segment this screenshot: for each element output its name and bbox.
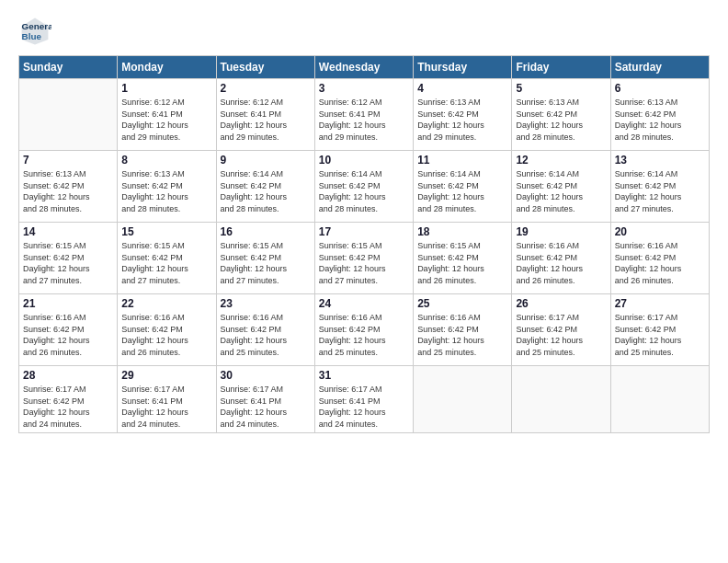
day-info: Sunrise: 6:17 AM Sunset: 6:42 PM Dayligh… <box>615 312 705 358</box>
calendar-day-cell: 5Sunrise: 6:13 AM Sunset: 6:42 PM Daylig… <box>512 79 610 151</box>
day-info: Sunrise: 6:12 AM Sunset: 6:41 PM Dayligh… <box>319 97 409 143</box>
weekday-header: Friday <box>512 56 610 79</box>
day-number: 26 <box>516 297 606 310</box>
calendar-day-cell: 23Sunrise: 6:16 AM Sunset: 6:42 PM Dayli… <box>216 294 314 366</box>
day-number: 18 <box>417 225 507 238</box>
day-info: Sunrise: 6:12 AM Sunset: 6:41 PM Dayligh… <box>221 97 311 143</box>
day-number: 31 <box>319 369 409 382</box>
calendar-day-cell: 10Sunrise: 6:14 AM Sunset: 6:42 PM Dayli… <box>314 151 413 223</box>
day-info: Sunrise: 6:13 AM Sunset: 6:42 PM Dayligh… <box>417 97 507 143</box>
day-number: 29 <box>121 369 211 382</box>
svg-text:General: General <box>22 21 51 31</box>
day-number: 12 <box>516 154 606 167</box>
calendar-day-cell: 26Sunrise: 6:17 AM Sunset: 6:42 PM Dayli… <box>512 294 610 366</box>
day-info: Sunrise: 6:13 AM Sunset: 6:42 PM Dayligh… <box>23 168 113 214</box>
day-info: Sunrise: 6:16 AM Sunset: 6:42 PM Dayligh… <box>221 312 311 358</box>
day-number: 17 <box>319 225 409 238</box>
calendar-day-cell: 19Sunrise: 6:16 AM Sunset: 6:42 PM Dayli… <box>512 223 610 294</box>
svg-text:Blue: Blue <box>22 31 42 41</box>
calendar-day-cell <box>512 366 610 433</box>
calendar-day-cell: 9Sunrise: 6:14 AM Sunset: 6:42 PM Daylig… <box>216 151 314 223</box>
day-info: Sunrise: 6:16 AM Sunset: 6:42 PM Dayligh… <box>319 312 409 358</box>
calendar-day-cell: 17Sunrise: 6:15 AM Sunset: 6:42 PM Dayli… <box>314 223 413 294</box>
day-number: 23 <box>221 297 311 310</box>
calendar-week-row: 1Sunrise: 6:12 AM Sunset: 6:41 PM Daylig… <box>19 79 710 151</box>
day-info: Sunrise: 6:17 AM Sunset: 6:42 PM Dayligh… <box>516 312 606 358</box>
day-info: Sunrise: 6:15 AM Sunset: 6:42 PM Dayligh… <box>23 240 113 286</box>
calendar-day-cell <box>610 366 709 433</box>
weekday-header: Thursday <box>414 56 512 79</box>
calendar-day-cell: 29Sunrise: 6:17 AM Sunset: 6:41 PM Dayli… <box>118 366 216 433</box>
day-info: Sunrise: 6:16 AM Sunset: 6:42 PM Dayligh… <box>121 312 211 358</box>
calendar-week-row: 21Sunrise: 6:16 AM Sunset: 6:42 PM Dayli… <box>19 294 710 366</box>
day-info: Sunrise: 6:17 AM Sunset: 6:41 PM Dayligh… <box>121 384 211 430</box>
calendar-day-cell: 25Sunrise: 6:16 AM Sunset: 6:42 PM Dayli… <box>414 294 512 366</box>
day-number: 16 <box>221 225 311 238</box>
day-info: Sunrise: 6:16 AM Sunset: 6:42 PM Dayligh… <box>516 240 606 286</box>
day-number: 25 <box>417 297 507 310</box>
day-number: 21 <box>23 297 113 310</box>
calendar-day-cell: 12Sunrise: 6:14 AM Sunset: 6:42 PM Dayli… <box>512 151 610 223</box>
calendar-day-cell: 3Sunrise: 6:12 AM Sunset: 6:41 PM Daylig… <box>314 79 413 151</box>
day-info: Sunrise: 6:16 AM Sunset: 6:42 PM Dayligh… <box>615 240 705 286</box>
calendar-day-cell: 8Sunrise: 6:13 AM Sunset: 6:42 PM Daylig… <box>118 151 216 223</box>
day-number: 10 <box>319 154 409 167</box>
calendar-day-cell <box>19 79 118 151</box>
day-number: 27 <box>615 297 705 310</box>
logo: General Blue <box>18 15 55 48</box>
day-number: 13 <box>615 154 705 167</box>
day-info: Sunrise: 6:14 AM Sunset: 6:42 PM Dayligh… <box>516 168 606 214</box>
calendar-day-cell: 6Sunrise: 6:13 AM Sunset: 6:42 PM Daylig… <box>610 79 709 151</box>
calendar-day-cell: 15Sunrise: 6:15 AM Sunset: 6:42 PM Dayli… <box>118 223 216 294</box>
day-number: 30 <box>221 369 311 382</box>
day-number: 2 <box>221 82 311 95</box>
day-info: Sunrise: 6:17 AM Sunset: 6:42 PM Dayligh… <box>23 384 113 430</box>
day-number: 8 <box>121 154 211 167</box>
page: General Blue SundayMondayTuesdayWednesda… <box>0 0 728 563</box>
day-number: 20 <box>615 225 705 238</box>
day-info: Sunrise: 6:14 AM Sunset: 6:42 PM Dayligh… <box>615 168 705 214</box>
day-number: 5 <box>516 82 606 95</box>
day-info: Sunrise: 6:17 AM Sunset: 6:41 PM Dayligh… <box>221 384 311 430</box>
day-number: 28 <box>23 369 113 382</box>
calendar-day-cell: 22Sunrise: 6:16 AM Sunset: 6:42 PM Dayli… <box>118 294 216 366</box>
calendar-day-cell: 4Sunrise: 6:13 AM Sunset: 6:42 PM Daylig… <box>414 79 512 151</box>
day-info: Sunrise: 6:15 AM Sunset: 6:42 PM Dayligh… <box>319 240 409 286</box>
day-number: 19 <box>516 225 606 238</box>
calendar-day-cell: 31Sunrise: 6:17 AM Sunset: 6:41 PM Dayli… <box>314 366 413 433</box>
calendar-day-cell: 30Sunrise: 6:17 AM Sunset: 6:41 PM Dayli… <box>216 366 314 433</box>
calendar-table: SundayMondayTuesdayWednesdayThursdayFrid… <box>18 55 710 433</box>
day-number: 3 <box>319 82 409 95</box>
day-info: Sunrise: 6:15 AM Sunset: 6:42 PM Dayligh… <box>121 240 211 286</box>
weekday-header: Saturday <box>610 56 709 79</box>
calendar-day-cell: 13Sunrise: 6:14 AM Sunset: 6:42 PM Dayli… <box>610 151 709 223</box>
day-info: Sunrise: 6:14 AM Sunset: 6:42 PM Dayligh… <box>417 168 507 214</box>
day-info: Sunrise: 6:14 AM Sunset: 6:42 PM Dayligh… <box>221 168 311 214</box>
day-info: Sunrise: 6:13 AM Sunset: 6:42 PM Dayligh… <box>121 168 211 214</box>
day-info: Sunrise: 6:13 AM Sunset: 6:42 PM Dayligh… <box>615 97 705 143</box>
weekday-header: Wednesday <box>314 56 413 79</box>
day-number: 6 <box>615 82 705 95</box>
day-number: 15 <box>121 225 211 238</box>
weekday-header: Tuesday <box>216 56 314 79</box>
day-number: 9 <box>221 154 311 167</box>
calendar-header-row: SundayMondayTuesdayWednesdayThursdayFrid… <box>19 56 710 79</box>
weekday-header: Sunday <box>19 56 118 79</box>
calendar-day-cell <box>414 366 512 433</box>
day-info: Sunrise: 6:16 AM Sunset: 6:42 PM Dayligh… <box>417 312 507 358</box>
day-number: 14 <box>23 225 113 238</box>
day-number: 1 <box>121 82 211 95</box>
day-number: 22 <box>121 297 211 310</box>
calendar-day-cell: 27Sunrise: 6:17 AM Sunset: 6:42 PM Dayli… <box>610 294 709 366</box>
calendar-week-row: 7Sunrise: 6:13 AM Sunset: 6:42 PM Daylig… <box>19 151 710 223</box>
day-number: 7 <box>23 154 113 167</box>
calendar-day-cell: 28Sunrise: 6:17 AM Sunset: 6:42 PM Dayli… <box>19 366 118 433</box>
calendar-day-cell: 21Sunrise: 6:16 AM Sunset: 6:42 PM Dayli… <box>19 294 118 366</box>
day-info: Sunrise: 6:17 AM Sunset: 6:41 PM Dayligh… <box>319 384 409 430</box>
day-info: Sunrise: 6:16 AM Sunset: 6:42 PM Dayligh… <box>23 312 113 358</box>
calendar-day-cell: 11Sunrise: 6:14 AM Sunset: 6:42 PM Dayli… <box>414 151 512 223</box>
calendar-day-cell: 1Sunrise: 6:12 AM Sunset: 6:41 PM Daylig… <box>118 79 216 151</box>
calendar-day-cell: 16Sunrise: 6:15 AM Sunset: 6:42 PM Dayli… <box>216 223 314 294</box>
day-info: Sunrise: 6:14 AM Sunset: 6:42 PM Dayligh… <box>319 168 409 214</box>
day-info: Sunrise: 6:13 AM Sunset: 6:42 PM Dayligh… <box>516 97 606 143</box>
